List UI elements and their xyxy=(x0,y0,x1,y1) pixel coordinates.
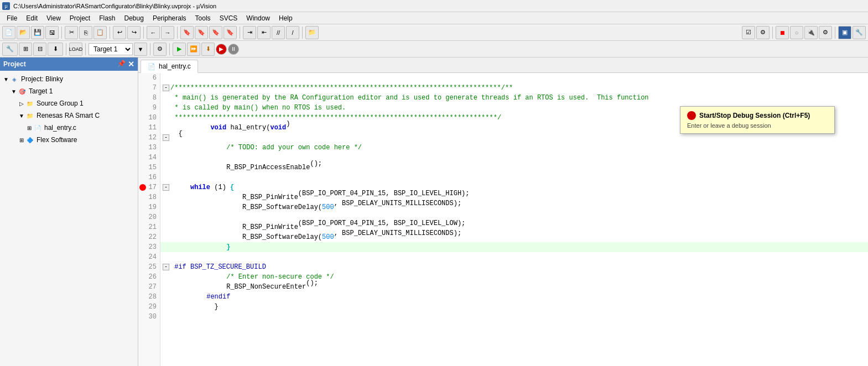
new-file-button[interactable]: 📄 xyxy=(2,26,15,39)
settings2-button[interactable]: ⚙ xyxy=(819,26,832,39)
line-13: 13 xyxy=(138,143,160,153)
expander-source-group[interactable]: ▷ xyxy=(18,101,25,107)
expander-flex[interactable]: ⊞ xyxy=(18,137,25,143)
open-button[interactable]: 📂 xyxy=(17,26,30,39)
run-button[interactable]: ○ xyxy=(790,26,803,39)
rebuild-btn[interactable]: ⏩ xyxy=(187,43,200,56)
paste-button[interactable]: 📋 xyxy=(93,26,107,39)
nav-fwd-button[interactable]: → xyxy=(161,26,174,39)
menu-flash[interactable]: Flash xyxy=(95,13,119,23)
code-line-21: R_BSP_PinWrite(BSP_IO_PORT_04_PIN_15, BS… xyxy=(160,222,868,232)
outdent-button[interactable]: ⇤ xyxy=(257,26,271,39)
grid2-btn[interactable]: ⊟ xyxy=(33,43,46,56)
combo-btn[interactable]: ⬇ xyxy=(48,43,63,56)
menu-help[interactable]: Help xyxy=(274,13,297,23)
menu-window[interactable]: Window xyxy=(242,13,274,23)
sidebar-panel: Project 📌 ✕ ▼ ◈ Project: Blinky ▼ 🎯 Targ… xyxy=(0,57,138,366)
expander-project[interactable]: ▼ xyxy=(2,76,10,82)
bookmark1-button[interactable]: 🔖 xyxy=(180,26,194,39)
undo-button[interactable]: ↩ xyxy=(113,26,126,39)
code-line-12: - { xyxy=(160,133,868,143)
bookmark4-button[interactable]: 🔖 xyxy=(224,26,237,39)
view-options-button[interactable]: ▣ xyxy=(838,26,851,39)
line-16: 16 xyxy=(138,172,160,182)
menu-tools[interactable]: Tools xyxy=(191,13,215,23)
comment-button[interactable]: // xyxy=(272,26,285,39)
code-area: 📄 hal_entry.c 6 7 8 9 10 11 12 13 14 15 … xyxy=(138,57,868,366)
grid-btn[interactable]: ⊞ xyxy=(19,43,32,56)
download-btn[interactable]: ⬇ xyxy=(201,43,215,56)
line-15: 15 xyxy=(138,163,160,172)
hal-entry-label: hal_entry.c xyxy=(44,124,76,132)
expander-hal[interactable]: ⊞ xyxy=(25,125,33,131)
config-button[interactable]: ⚙ xyxy=(756,26,770,39)
folder-icon-renesas: 📁 xyxy=(25,112,34,119)
sidebar-header: Project 📌 ✕ xyxy=(0,57,138,71)
code-line-27: R_BSP_NonSecureEnter(); xyxy=(160,282,868,292)
ra-smart-btn[interactable]: 🔧 xyxy=(2,43,18,56)
sep8 xyxy=(835,27,835,39)
expander-target1[interactable]: ▼ xyxy=(10,88,18,95)
code-line-8: * main() is generated by the RA Configur… xyxy=(160,93,868,103)
target-label: Target 1 xyxy=(29,87,53,95)
stop-button[interactable]: ⏹ xyxy=(776,26,789,39)
close-sidebar-icon[interactable]: ✕ xyxy=(128,60,134,69)
project-icon: ◈ xyxy=(10,75,19,83)
sep2 xyxy=(110,27,110,39)
code-line-7: -/**************************************… xyxy=(160,83,868,93)
sidebar-item-target1[interactable]: ▼ 🎯 Target 1 xyxy=(0,85,138,97)
sidebar-item-renesas-ra[interactable]: ▼ 📁 Renesas RA Smart C xyxy=(0,109,138,122)
fold-7[interactable]: - xyxy=(163,85,169,91)
code-line-18: R_BSP_PinWrite(BSP_IO_PORT_04_PIN_15, BS… xyxy=(160,192,868,202)
menu-project[interactable]: Project xyxy=(65,13,95,23)
sidebar-item-project-blinky[interactable]: ▼ ◈ Project: Blinky xyxy=(0,73,138,85)
target-dropdown-btn[interactable]: ▼ xyxy=(134,43,147,56)
sidebar-item-source-group-1[interactable]: ▷ 📁 Source Group 1 xyxy=(0,97,138,109)
tooltip-title-text: Start/Stop Debug Session (Ctrl+F5) xyxy=(699,112,810,119)
open-file-button[interactable]: 📁 xyxy=(305,26,319,39)
build-btn[interactable]: ▶ xyxy=(173,43,186,56)
options-btn[interactable]: ⚙ xyxy=(153,43,167,56)
code-line-16 xyxy=(160,172,868,182)
menu-view[interactable]: View xyxy=(42,13,65,23)
code-line-22: R_BSP_SoftwareDelay(500, BSP_DELAY_UNITS… xyxy=(160,232,868,242)
pin-icon[interactable]: 📌 xyxy=(117,60,126,69)
menu-edit[interactable]: Edit xyxy=(22,13,42,23)
sidebar-item-hal-entry[interactable]: ⊞ 📄 hal_entry.c xyxy=(0,122,138,134)
menu-svcs[interactable]: SVCS xyxy=(215,13,242,23)
code-line-20 xyxy=(160,212,868,222)
folder-icon-source: 📁 xyxy=(25,100,34,107)
bookmark3-button[interactable]: 🔖 xyxy=(209,26,222,39)
menu-debug[interactable]: Debug xyxy=(120,13,148,23)
bookmark2-button[interactable]: 🔖 xyxy=(195,26,208,39)
stop-debug-btn[interactable]: ⏸ xyxy=(228,44,239,55)
sidebar-item-flex-software[interactable]: ⊞ 🔷 Flex Software xyxy=(0,134,138,146)
sep10 xyxy=(85,43,86,55)
check-button[interactable]: ☑ xyxy=(742,26,755,39)
source-group-label: Source Group 1 xyxy=(37,100,84,107)
nav-back-button[interactable]: ← xyxy=(147,26,160,39)
debug-power-button[interactable]: 🔌 xyxy=(804,26,818,39)
save-button[interactable]: 💾 xyxy=(31,26,44,39)
indent-button[interactable]: ⇥ xyxy=(243,26,256,39)
line-29: 29 xyxy=(138,302,160,312)
toolbar1: 📄 📂 💾 🖫 ✂ ⎘ 📋 ↩ ↪ ← → 🔖 🔖 🔖 🔖 ⇥ ⇤ // / 📁… xyxy=(0,24,868,41)
sep6 xyxy=(302,27,303,39)
uncomment-button[interactable]: / xyxy=(286,26,299,39)
copy-button[interactable]: ⎘ xyxy=(79,26,92,39)
menu-peripherals[interactable]: Peripherals xyxy=(148,13,191,23)
redo-button[interactable]: ↪ xyxy=(127,26,141,39)
cut-button[interactable]: ✂ xyxy=(65,26,78,39)
tools2-button[interactable]: 🔧 xyxy=(853,26,866,39)
load-icon-btn[interactable]: LOAD xyxy=(69,43,82,56)
expander-renesas[interactable]: ▼ xyxy=(18,113,25,119)
line-23: 23 xyxy=(138,242,160,252)
tab-hal-entry[interactable]: 📄 hal_entry.c xyxy=(141,60,198,73)
start-debug-btn[interactable]: ▶ xyxy=(216,44,227,55)
sep3 xyxy=(143,27,144,39)
save-all-button[interactable]: 🖫 xyxy=(45,26,59,39)
line-21: 21 xyxy=(138,222,160,232)
sidebar-title: Project xyxy=(3,60,26,68)
target-combo[interactable]: Target 1 xyxy=(89,43,133,55)
menu-file[interactable]: File xyxy=(2,13,22,23)
